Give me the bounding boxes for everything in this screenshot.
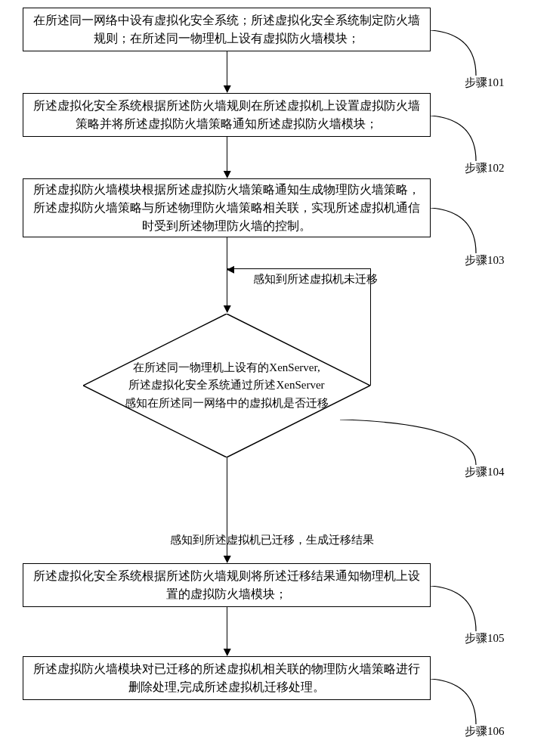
arrowhead-4-5 bbox=[224, 556, 231, 563]
step-5-text: 所述虚拟化安全系统根据所述防火墙规则将所述迁移结果通知物理机上设置的虚拟防火墙模… bbox=[31, 567, 422, 603]
arrowhead-5-6 bbox=[224, 649, 231, 656]
step-1-label: 步骤101 bbox=[465, 76, 505, 90]
step-1-text: 在所述同一网络中设有虚拟化安全系统；所述虚拟化安全系统制定防火墙规则；在所述同一… bbox=[31, 11, 422, 48]
arrowhead-3-4 bbox=[224, 305, 231, 313]
step-2-box: 所述虚拟化安全系统根据所述防火墙规则在所述虚拟机上设置虚拟防火墙策略并将所述虚拟… bbox=[23, 93, 431, 137]
step-5-label: 步骤105 bbox=[465, 631, 505, 646]
decision-text: 在所述同一物理机上设有的XenServer, 所述虚拟化安全系统通过所述XenS… bbox=[113, 359, 340, 412]
flowchart: 在所述同一网络中设有虚拟化安全系统；所述虚拟化安全系统制定防火墙规则；在所述同一… bbox=[0, 0, 547, 756]
step-6-box: 所述虚拟防火墙模块对已迁移的所述虚拟机相关联的物理防火墙策略进行删除处理,完成所… bbox=[23, 656, 431, 700]
decision-box: 在所述同一物理机上设有的XenServer, 所述虚拟化安全系统通过所述XenS… bbox=[83, 314, 370, 457]
loop-arrowhead bbox=[227, 266, 234, 274]
step-3-box: 所述虚拟防火墙模块根据所述虚拟防火墙策略通知生成物理防火墙策略，所述虚拟防火墙策… bbox=[23, 178, 431, 237]
arrow-2-3 bbox=[227, 137, 227, 171]
step-6-text: 所述虚拟防火墙模块对已迁移的所述虚拟机相关联的物理防火墙策略进行删除处理,完成所… bbox=[31, 660, 422, 696]
step-1-box: 在所述同一网络中设有虚拟化安全系统；所述虚拟化安全系统制定防火墙规则；在所述同一… bbox=[23, 8, 431, 51]
arrow-5-6 bbox=[227, 607, 227, 649]
yes-label: 感知到所述虚拟机已迁移，生成迁移结果 bbox=[170, 533, 374, 547]
step-3-label: 步骤103 bbox=[465, 253, 505, 268]
step-5-box: 所述虚拟化安全系统根据所述防火墙规则将所述迁移结果通知物理机上设置的虚拟防火墙模… bbox=[23, 563, 431, 607]
step-4-label: 步骤104 bbox=[465, 465, 505, 479]
loop-horizontal bbox=[227, 268, 370, 269]
arrowhead-1-2 bbox=[224, 85, 231, 93]
arrow-1-2 bbox=[227, 51, 227, 85]
loop-label: 感知到所述虚拟机未迁移 bbox=[253, 272, 378, 287]
step-6-label: 步骤106 bbox=[465, 724, 505, 739]
step-2-text: 所述虚拟化安全系统根据所述防火墙规则在所述虚拟机上设置虚拟防火墙策略并将所述虚拟… bbox=[31, 97, 422, 133]
step-3-text: 所述虚拟防火墙模块根据所述虚拟防火墙策略通知生成物理防火墙策略，所述虚拟防火墙策… bbox=[31, 181, 422, 235]
step-2-label: 步骤102 bbox=[465, 161, 505, 175]
arrowhead-2-3 bbox=[224, 171, 231, 178]
